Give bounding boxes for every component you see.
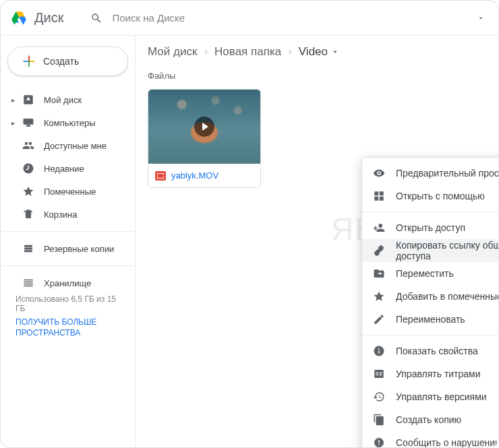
shared-icon: [22, 139, 34, 152]
svg-rect-7: [30, 61, 34, 62]
breadcrumb-item[interactable]: Новая папка: [214, 45, 281, 59]
rename-icon: [373, 313, 385, 325]
sidebar-item-3[interactable]: ▸Недавние: [1, 157, 135, 180]
svg-rect-10: [24, 248, 32, 250]
svg-marker-5: [19, 16, 26, 24]
breadcrumb-separator: ›: [288, 45, 292, 59]
storage-icon: [22, 277, 34, 289]
computers-icon: [22, 117, 34, 129]
menu-item[interactable]: Предварительный просмотр: [362, 162, 499, 185]
menu-item[interactable]: Переименовать: [362, 308, 499, 331]
play-icon: [194, 117, 214, 137]
my-drive-icon: [22, 94, 34, 106]
video-thumbnail: [148, 90, 260, 164]
sidebar-item-2[interactable]: ▸Доступные мне: [1, 134, 135, 157]
captions-icon: [373, 368, 385, 380]
menu-item[interactable]: Управлять версиями: [362, 385, 499, 408]
link-icon: [373, 245, 385, 257]
menu-item[interactable]: Открыть с помощью▸: [362, 185, 499, 207]
menu-item[interactable]: Открыть доступ: [362, 216, 499, 239]
storage-upgrade-link[interactable]: ПОЛУЧИТЬ БОЛЬШЕ ПРОСТРАНСТВА: [1, 317, 135, 338]
move-icon: [373, 267, 385, 280]
breadcrumb-item[interactable]: Мой диск: [148, 45, 197, 59]
main-content: Мой диск›Новая папка›Video Файлы yablyk.…: [136, 36, 498, 447]
divider: [1, 231, 135, 232]
file-card[interactable]: yablyk.MOV: [148, 89, 261, 188]
plus-icon: [22, 54, 36, 69]
chevron-down-icon: [330, 47, 340, 57]
sidebar-item-backups[interactable]: Резервные копии: [1, 237, 135, 260]
context-menu: Предварительный просмотрОткрыть с помощь…: [361, 157, 499, 448]
search-bar[interactable]: Поиск на Диске: [90, 12, 473, 24]
menu-item[interactable]: Копировать ссылку общего доступа: [362, 239, 499, 262]
svg-rect-8: [24, 61, 28, 62]
versions-icon: [373, 391, 385, 403]
storage-usage: Использовано 6,5 ГБ из 15 ГБ: [1, 294, 135, 313]
breadcrumb-separator: ›: [204, 45, 208, 59]
open-with-icon: [373, 190, 385, 202]
trash-icon: [22, 208, 34, 220]
sidebar-item-4[interactable]: ▸Помеченные: [1, 180, 135, 203]
person-add-icon: [373, 222, 385, 234]
chevron-down-icon: [477, 14, 485, 22]
copy-icon: [373, 414, 385, 426]
header: Диск Поиск на Диске: [1, 1, 498, 36]
svg-rect-11: [24, 250, 32, 252]
recent-icon: [22, 162, 34, 174]
menu-item[interactable]: Создать копию: [362, 408, 499, 431]
eye-icon: [373, 167, 385, 179]
chevron-right-icon: ▸: [11, 96, 18, 104]
header-menu-dropdown[interactable]: [473, 10, 489, 26]
video-file-icon: [155, 171, 166, 181]
info-icon: [373, 345, 385, 357]
menu-item[interactable]: Показать свойства: [362, 340, 499, 362]
app-title: Диск: [34, 10, 63, 26]
file-name: yablyk.MOV: [171, 170, 218, 181]
chevron-right-icon: ▸: [11, 119, 18, 127]
sidebar-item-storage[interactable]: Хранилище: [1, 271, 135, 294]
menu-item[interactable]: Добавить в помеченные: [362, 285, 499, 308]
breadcrumb: Мой диск›Новая папка›Video: [148, 45, 486, 59]
menu-item[interactable]: Сообщить о нарушении: [362, 431, 499, 448]
search-placeholder: Поиск на Диске: [112, 12, 185, 24]
sidebar-item-1[interactable]: ▸Компьютеры: [1, 111, 135, 134]
create-label: Создать: [43, 56, 79, 67]
divider: [1, 265, 135, 266]
menu-item[interactable]: Управлять титрами: [362, 362, 499, 385]
report-icon: [373, 437, 385, 448]
sidebar: Создать ▸Мой диск▸Компьютеры▸Доступные м…: [1, 36, 136, 447]
breadcrumb-item[interactable]: Video: [299, 45, 340, 59]
sidebar-item-0[interactable]: ▸Мой диск: [1, 88, 135, 111]
svg-rect-6: [28, 56, 30, 61]
starred-icon: [22, 185, 34, 197]
section-title: Файлы: [148, 71, 486, 81]
create-button[interactable]: Создать: [7, 46, 128, 76]
search-icon: [90, 12, 102, 24]
menu-item[interactable]: Переместить: [362, 262, 499, 285]
backups-icon: [22, 243, 34, 255]
star-icon: [373, 290, 385, 302]
drive-logo: [10, 9, 28, 27]
svg-rect-9: [24, 245, 32, 247]
menu-divider: [362, 212, 499, 212]
menu-divider: [362, 335, 499, 335]
sidebar-item-5[interactable]: ▸Корзина: [1, 203, 135, 226]
